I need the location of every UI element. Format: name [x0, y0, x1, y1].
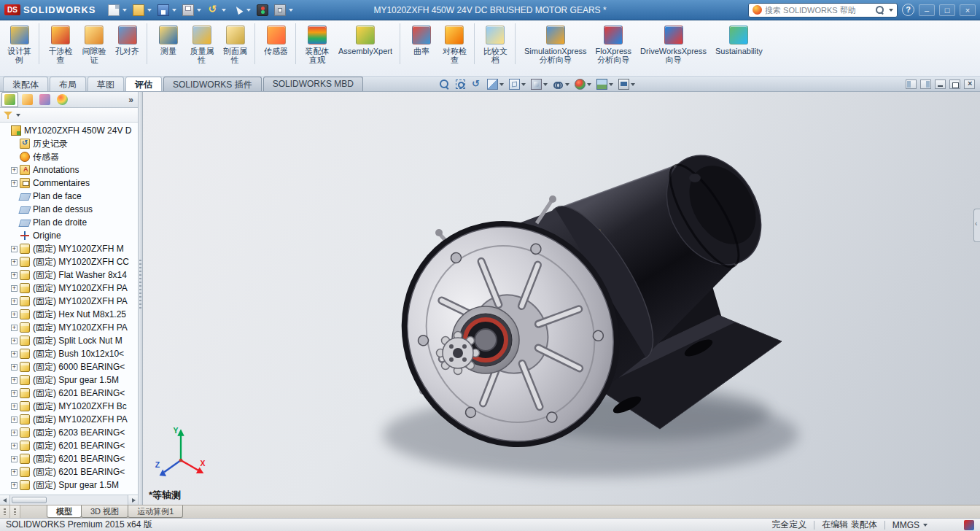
study-tab[interactable]: 模型	[47, 505, 82, 518]
ribbon-button[interactable]: 测量	[152, 23, 185, 64]
ribbon-button[interactable]: SimulationXpress 分析向导	[520, 23, 591, 64]
command-tab[interactable]: SOLIDWORKS 插件	[163, 77, 262, 91]
tree-horizontal-scrollbar[interactable]	[0, 495, 138, 505]
expand-toggle-icon[interactable]	[11, 469, 18, 476]
expand-toggle-icon[interactable]	[11, 403, 18, 410]
panel-tab[interactable]	[19, 92, 36, 107]
splitter-handle[interactable]	[0, 505, 10, 518]
tree-item[interactable]: (固定) MY1020ZXFH PA	[0, 295, 138, 308]
ribbon-button[interactable]: 干涉检 查	[44, 23, 77, 64]
quick-toolbar-button[interactable]	[230, 3, 253, 18]
tree-item[interactable]: (固定) 6203 BEARING<	[0, 426, 138, 439]
search-input[interactable]	[765, 6, 872, 15]
tree-item[interactable]: (固定) MY1020ZXFH PA	[0, 282, 138, 295]
expand-toggle-icon[interactable]	[11, 377, 18, 384]
view-toolbar-button[interactable]	[486, 78, 505, 90]
expand-toggle-icon[interactable]	[11, 285, 18, 292]
help-button[interactable]: ?	[902, 4, 914, 16]
dropdown-caret-icon[interactable]	[222, 9, 226, 12]
dropdown-caret-icon[interactable]	[565, 83, 569, 86]
magnifier-icon[interactable]	[875, 5, 884, 15]
ribbon-button[interactable]: Sustainability	[711, 23, 767, 64]
ribbon-button[interactable]: 剖面属 性	[219, 23, 255, 64]
expand-toggle-icon[interactable]	[11, 351, 18, 357]
expand-toggle-icon[interactable]	[11, 430, 18, 436]
tree-item[interactable]: 历史记录	[0, 137, 138, 150]
view-toolbar-button[interactable]	[551, 78, 571, 90]
dropdown-caret-icon[interactable]	[543, 83, 548, 86]
tree-item[interactable]: (固定) Bush 10x12x10<	[0, 347, 138, 360]
tree-item[interactable]: (固定) MY1020ZXFH CC	[0, 255, 138, 268]
help-search-box[interactable]	[748, 3, 898, 18]
units-selector[interactable]: MMGS	[892, 520, 928, 530]
view-toolbar-button[interactable]	[595, 78, 615, 90]
quick-toolbar-button[interactable]	[272, 3, 295, 18]
expand-toggle-icon[interactable]	[11, 167, 18, 174]
view-toolbar-button[interactable]	[470, 78, 483, 90]
expand-toggle-icon[interactable]	[11, 443, 18, 449]
scrollbar-track[interactable]	[10, 495, 128, 505]
ribbon-button[interactable]: FloXpress 分析向导	[591, 23, 637, 64]
dropdown-caret-icon[interactable]	[246, 9, 251, 12]
panel-tab-overflow[interactable]: »	[125, 95, 136, 105]
scroll-left-arrow[interactable]	[0, 495, 10, 505]
dropdown-caret-icon[interactable]	[609, 83, 613, 86]
dropdown-caret-icon[interactable]	[147, 9, 152, 12]
tree-item[interactable]: (固定) MY1020ZXFH PA	[0, 321, 138, 334]
motor-3d-model[interactable]: MY1020ZXFH BRUSHED DC 24V	[143, 92, 980, 505]
dropdown-caret-icon[interactable]	[289, 9, 293, 12]
ribbon-button[interactable]: 质量属 性	[185, 23, 219, 64]
tree-item[interactable]: Plan de face	[0, 190, 138, 203]
tree-item[interactable]: (固定) 6201 BEARING<	[0, 452, 138, 465]
ribbon-button[interactable]: 孔对齐	[111, 23, 147, 64]
ribbon-button[interactable]: 比较文 档	[479, 23, 516, 64]
study-tab[interactable]: 3D 视图	[81, 505, 128, 518]
expand-toggle-icon[interactable]	[11, 272, 18, 279]
expand-toggle-icon[interactable]	[11, 180, 18, 187]
view-toolbar-button[interactable]	[508, 78, 527, 90]
dropdown-caret-icon[interactable]	[521, 83, 526, 86]
view-toolbar-button[interactable]	[529, 78, 549, 90]
panel-tab[interactable]	[1, 92, 18, 107]
tree-item[interactable]: MY1020ZXFH 450W 24V D	[0, 124, 138, 137]
doc-window-button[interactable]	[949, 79, 961, 92]
filter-dropdown-caret[interactable]	[16, 114, 20, 117]
panel-tab[interactable]	[36, 92, 53, 107]
dropdown-caret-icon[interactable]	[122, 9, 127, 12]
study-tab[interactable]: 运动算例1	[128, 505, 183, 518]
expand-toggle-icon[interactable]	[11, 246, 18, 252]
dropdown-caret-icon[interactable]	[197, 9, 201, 12]
close-button[interactable]: ×	[960, 4, 976, 16]
scrollbar-thumb[interactable]	[12, 497, 47, 503]
dropdown-caret-icon[interactable]	[631, 83, 635, 86]
command-tab[interactable]: 草图	[88, 77, 124, 91]
tree-item[interactable]: (固定) 6000 BEARING<	[0, 360, 138, 373]
tree-item[interactable]: (固定) Hex Nut M8x1.25	[0, 308, 138, 321]
expand-toggle-icon[interactable]	[11, 482, 18, 489]
tree-item[interactable]: (固定) 6201 BEARING<	[0, 439, 138, 452]
expand-toggle-icon[interactable]	[11, 338, 18, 344]
tree-item[interactable]: (固定) MY1020ZXFH Bc	[0, 400, 138, 413]
view-toolbar-button[interactable]	[617, 78, 637, 90]
doc-window-button[interactable]	[934, 79, 946, 92]
command-tab[interactable]: 布局	[50, 77, 86, 91]
scroll-right-arrow[interactable]	[128, 495, 138, 505]
tree-item[interactable]: Annotations	[0, 163, 138, 177]
splitter-handle[interactable]	[10, 505, 20, 518]
expand-toggle-icon[interactable]	[11, 364, 18, 371]
quick-toolbar-button[interactable]	[106, 3, 129, 18]
tree-item[interactable]: (固定) Spur gear 1.5M	[0, 373, 138, 387]
dropdown-caret-icon[interactable]	[499, 83, 504, 86]
quick-toolbar-button[interactable]	[131, 3, 154, 18]
view-toolbar-button[interactable]	[573, 78, 593, 90]
tree-item[interactable]: (固定) 6201 BEARING<	[0, 465, 138, 478]
doc-window-button[interactable]	[919, 79, 932, 92]
ribbon-button[interactable]: 传感器	[260, 23, 296, 64]
expand-toggle-icon[interactable]	[11, 259, 18, 266]
ribbon-button[interactable]: 间隙验 证	[77, 23, 111, 64]
expand-toggle-icon[interactable]	[11, 325, 18, 331]
ribbon-button[interactable]: AssemblyXpert	[334, 23, 400, 64]
filter-funnel-icon[interactable]	[3, 110, 13, 120]
expand-toggle-icon[interactable]	[11, 311, 18, 318]
tree-item[interactable]: (固定) Spur gear 1.5M	[0, 478, 138, 492]
